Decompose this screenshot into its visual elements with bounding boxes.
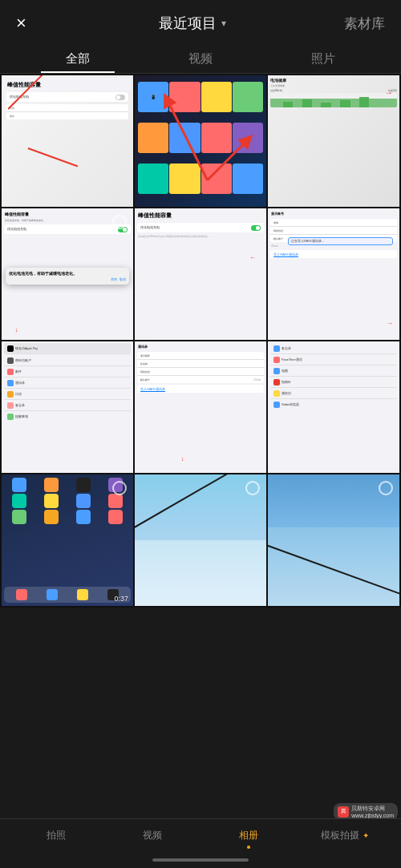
watermark: 贝 贝斯特安卓网 www.zjbstyy.com: [334, 803, 398, 820]
grid-item-7[interactable]: 钱包与Apple Pay 密码与账户 邮件 通讯录: [2, 341, 133, 473]
grid-item-6[interactable]: 显示账号 简称 我的信息 默认账户 iCloud 导入SIM卡通讯录 → 正在导…: [268, 208, 399, 340]
tab-template-label: 模板拍摄 ✦: [321, 829, 368, 842]
tab-capture-label: 拍照: [47, 829, 66, 842]
watermark-icon: 贝: [338, 806, 349, 818]
grid-item-1[interactable]: 峰值性能容量 优化电池充电 发现 图标: [2, 75, 133, 207]
grid-item-5[interactable]: 峰值性能容量 优化电池充电 该功能允许iPhone可以在可预测的充电时间内延长过…: [135, 208, 266, 340]
tab-video[interactable]: 视频: [139, 43, 261, 73]
active-indicator: [247, 846, 250, 849]
library-button[interactable]: 素材库: [344, 14, 385, 33]
video-duration-10: 0:37: [114, 595, 128, 603]
selection-circle-12[interactable]: [379, 481, 393, 495]
header-title-text: 最近项目: [159, 14, 217, 33]
selection-circle-11[interactable]: [245, 481, 260, 495]
grid-item-10[interactable]: 0:37: [2, 474, 133, 606]
tab-bar: 全部 视频 照片: [0, 43, 401, 74]
tab-all[interactable]: 全部: [16, 43, 139, 73]
tab-capture[interactable]: 拍照: [8, 829, 104, 849]
grid-item-11[interactable]: [135, 474, 266, 606]
tab-video-record[interactable]: 视频: [104, 829, 200, 849]
selection-circle-4[interactable]: [112, 215, 127, 229]
tab-album[interactable]: 相册: [200, 829, 297, 849]
grid-item-4[interactable]: 峰值性能容量 优化电池充电，有助于减缓电池老化。 优化电池充电 优化电池充电，有…: [2, 208, 133, 340]
tab-template[interactable]: 模板拍摄 ✦: [297, 829, 393, 849]
dropdown-icon: ▾: [221, 18, 226, 29]
grid-item-12[interactable]: [268, 474, 399, 606]
bottom-tab-bar: 拍照 视频 相册 模板拍摄 ✦: [0, 819, 401, 855]
grid-item-2[interactable]: 📱: [135, 75, 266, 207]
selection-circle-10[interactable]: [112, 481, 127, 495]
close-button[interactable]: ×: [16, 13, 40, 34]
tab-video-label: 视频: [143, 829, 162, 842]
watermark-text: 贝斯特安卓网 www.zjbstyy.com: [351, 805, 394, 818]
grid-item-9[interactable]: 备忘录 FaceTime通话 地图 指南针 测距仪 Safa: [268, 341, 399, 473]
tab-photo[interactable]: 照片: [262, 43, 385, 73]
grid-item-3[interactable]: 电池健康 上次充满电量 过去24小时过去5天 →: [268, 75, 399, 207]
home-indicator: [152, 858, 249, 862]
media-grid: 峰值性能容量 优化电池充电 发现 图标 📱: [0, 74, 401, 608]
tab-album-label: 相册: [239, 829, 258, 842]
header: × 最近项目 ▾ 素材库: [0, 0, 401, 43]
header-title-group[interactable]: 最近项目 ▾: [159, 14, 226, 33]
bottom-navigation: 拍照 视频 相册 模板拍摄 ✦: [0, 818, 401, 868]
grid-item-8[interactable]: 通讯录 显示顺序 短名称 我的信息 默认账户iCloud 导入SIM卡通讯录 ↓: [135, 341, 266, 473]
